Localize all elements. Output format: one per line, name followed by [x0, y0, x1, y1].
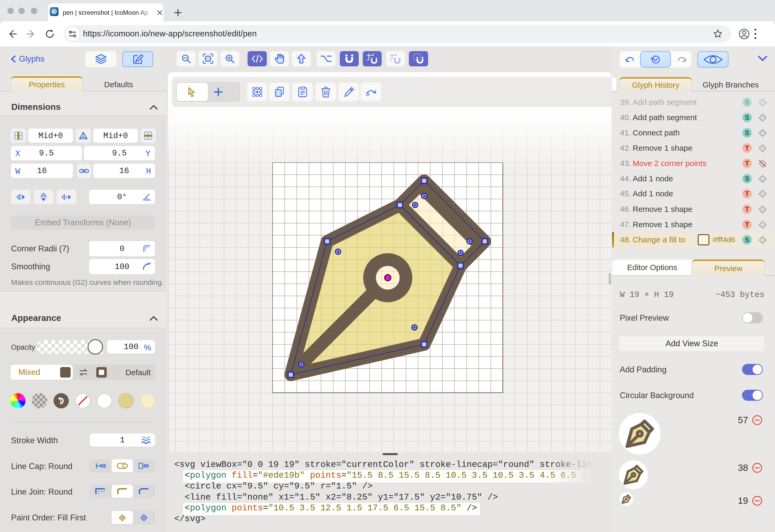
- svg-text:D: D: [60, 398, 64, 404]
